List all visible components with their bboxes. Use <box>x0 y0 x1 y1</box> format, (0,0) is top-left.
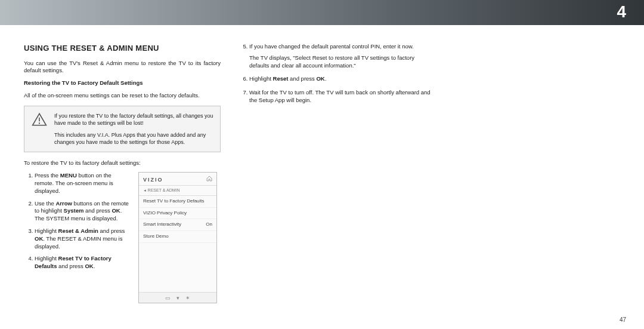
subsection-text: All of the on-screen menu settings can b… <box>24 92 221 100</box>
warning-icon <box>32 112 47 127</box>
warning-text-2: This includes any V.I.A. Plus Apps that … <box>54 131 214 146</box>
tv-breadcrumb: RESET & ADMIN <box>139 186 216 195</box>
tv-row-reset: Reset TV to Factory Defaults <box>139 196 216 208</box>
tv-menu-header: VIZIO <box>139 173 216 186</box>
steps-and-menu: Press the MENU button on the remote. The… <box>24 172 221 303</box>
step-3: Highlight Reset & Admin and press OK. Th… <box>35 227 131 250</box>
steps-list: Press the MENU button on the remote. The… <box>24 172 131 270</box>
tv-wide-icon: ▭ <box>165 294 171 302</box>
subsection-heading: Restoring the TV to Factory Default Sett… <box>24 79 221 87</box>
step-6: Highlight Reset and press OK. <box>249 75 435 83</box>
tv-bottom-icons: ▭ ▾ ✶ <box>139 292 216 303</box>
page-number: 47 <box>620 316 626 323</box>
restore-intro: To restore the TV to its factory default… <box>24 159 221 167</box>
tv-menu-figure: VIZIO RESET & ADMIN Reset TV to Factory … <box>138 172 217 303</box>
warning-box: If you restore the TV to the factory def… <box>24 106 221 153</box>
step-7: Wait for the TV to turn off. The TV will… <box>249 89 435 104</box>
svg-point-1 <box>39 122 40 124</box>
steps-list-continued: If you have changed the default parental… <box>239 43 435 104</box>
tv-row-demo: Store Demo <box>139 231 216 243</box>
steps-text: Press the MENU button on the remote. The… <box>24 172 131 275</box>
tv-settings-icon: ✶ <box>185 294 190 302</box>
home-icon <box>206 176 212 183</box>
warning-text-1: If you restore the TV to the factory def… <box>54 112 214 127</box>
column-1: USING THE RESET & ADMIN MENU You can use… <box>24 43 221 303</box>
section-heading: USING THE RESET & ADMIN MENU <box>24 43 221 54</box>
chapter-number: 4 <box>617 2 626 21</box>
step-4: Highlight Reset TV to Factory Defaults a… <box>35 255 131 270</box>
chapter-banner: 4 <box>0 0 644 25</box>
step-2: Use the Arrow buttons on the remote to h… <box>35 200 131 223</box>
tv-row-privacy: VIZIO Privacy Policy <box>139 208 216 220</box>
step-5: If you have changed the default parental… <box>249 43 435 69</box>
column-2: If you have changed the default parental… <box>239 43 435 303</box>
intro-text: You can use the TV's Reset & Admin menu … <box>24 60 221 75</box>
tv-input-icon: ▾ <box>177 294 179 302</box>
tv-row-smart: Smart InteractivityOn <box>139 219 216 231</box>
step-1: Press the MENU button on the remote. The… <box>35 172 131 195</box>
page-content: USING THE RESET & ADMIN MENU You can use… <box>24 43 620 303</box>
tv-brand: VIZIO <box>143 176 163 183</box>
